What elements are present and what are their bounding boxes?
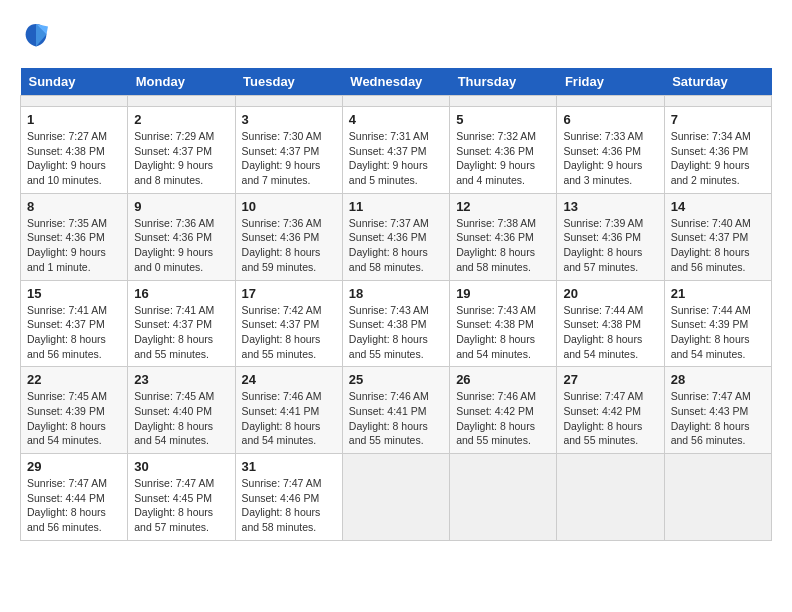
calendar-cell: 28Sunrise: 7:47 AMSunset: 4:43 PMDayligh…: [664, 367, 771, 454]
calendar-cell: 4Sunrise: 7:31 AMSunset: 4:37 PMDaylight…: [342, 107, 449, 194]
day-number: 15: [27, 286, 121, 301]
day-info: Sunrise: 7:31 AMSunset: 4:37 PMDaylight:…: [349, 129, 443, 188]
day-info: Sunrise: 7:47 AMSunset: 4:44 PMDaylight:…: [27, 476, 121, 535]
day-info: Sunrise: 7:29 AMSunset: 4:37 PMDaylight:…: [134, 129, 228, 188]
day-info: Sunrise: 7:46 AMSunset: 4:41 PMDaylight:…: [242, 389, 336, 448]
calendar-cell: 23Sunrise: 7:45 AMSunset: 4:40 PMDayligh…: [128, 367, 235, 454]
calendar-cell: 2Sunrise: 7:29 AMSunset: 4:37 PMDaylight…: [128, 107, 235, 194]
day-info: Sunrise: 7:34 AMSunset: 4:36 PMDaylight:…: [671, 129, 765, 188]
day-number: 17: [242, 286, 336, 301]
day-number: 13: [563, 199, 657, 214]
day-number: 20: [563, 286, 657, 301]
day-number: 24: [242, 372, 336, 387]
day-info: Sunrise: 7:44 AMSunset: 4:39 PMDaylight:…: [671, 303, 765, 362]
calendar-cell: 17Sunrise: 7:42 AMSunset: 4:37 PMDayligh…: [235, 280, 342, 367]
calendar-cell: 3Sunrise: 7:30 AMSunset: 4:37 PMDaylight…: [235, 107, 342, 194]
calendar-cell: 19Sunrise: 7:43 AMSunset: 4:38 PMDayligh…: [450, 280, 557, 367]
day-number: 2: [134, 112, 228, 127]
day-info: Sunrise: 7:32 AMSunset: 4:36 PMDaylight:…: [456, 129, 550, 188]
calendar-cell: 20Sunrise: 7:44 AMSunset: 4:38 PMDayligh…: [557, 280, 664, 367]
calendar-week-4: 22Sunrise: 7:45 AMSunset: 4:39 PMDayligh…: [21, 367, 772, 454]
calendar-cell: [450, 96, 557, 107]
day-info: Sunrise: 7:43 AMSunset: 4:38 PMDaylight:…: [456, 303, 550, 362]
day-number: 3: [242, 112, 336, 127]
calendar-cell: 11Sunrise: 7:37 AMSunset: 4:36 PMDayligh…: [342, 193, 449, 280]
day-info: Sunrise: 7:33 AMSunset: 4:36 PMDaylight:…: [563, 129, 657, 188]
page-header: [20, 20, 772, 52]
day-info: Sunrise: 7:47 AMSunset: 4:46 PMDaylight:…: [242, 476, 336, 535]
day-number: 25: [349, 372, 443, 387]
calendar-week-1: 1Sunrise: 7:27 AMSunset: 4:38 PMDaylight…: [21, 107, 772, 194]
calendar-cell: [235, 96, 342, 107]
day-number: 30: [134, 459, 228, 474]
header-friday: Friday: [557, 68, 664, 96]
day-info: Sunrise: 7:38 AMSunset: 4:36 PMDaylight:…: [456, 216, 550, 275]
calendar-cell: [342, 96, 449, 107]
day-info: Sunrise: 7:30 AMSunset: 4:37 PMDaylight:…: [242, 129, 336, 188]
calendar-cell: [450, 454, 557, 541]
calendar-cell: 22Sunrise: 7:45 AMSunset: 4:39 PMDayligh…: [21, 367, 128, 454]
day-number: 6: [563, 112, 657, 127]
day-info: Sunrise: 7:36 AMSunset: 4:36 PMDaylight:…: [242, 216, 336, 275]
header-tuesday: Tuesday: [235, 68, 342, 96]
calendar-cell: 1Sunrise: 7:27 AMSunset: 4:38 PMDaylight…: [21, 107, 128, 194]
calendar-cell: [557, 454, 664, 541]
day-info: Sunrise: 7:36 AMSunset: 4:36 PMDaylight:…: [134, 216, 228, 275]
day-number: 5: [456, 112, 550, 127]
calendar-cell: 13Sunrise: 7:39 AMSunset: 4:36 PMDayligh…: [557, 193, 664, 280]
calendar-table: SundayMondayTuesdayWednesdayThursdayFrid…: [20, 68, 772, 541]
calendar-cell: 5Sunrise: 7:32 AMSunset: 4:36 PMDaylight…: [450, 107, 557, 194]
calendar-cell: 25Sunrise: 7:46 AMSunset: 4:41 PMDayligh…: [342, 367, 449, 454]
day-number: 18: [349, 286, 443, 301]
calendar-cell: [21, 96, 128, 107]
day-info: Sunrise: 7:47 AMSunset: 4:42 PMDaylight:…: [563, 389, 657, 448]
day-info: Sunrise: 7:35 AMSunset: 4:36 PMDaylight:…: [27, 216, 121, 275]
day-number: 29: [27, 459, 121, 474]
header-wednesday: Wednesday: [342, 68, 449, 96]
day-number: 31: [242, 459, 336, 474]
calendar-cell: 26Sunrise: 7:46 AMSunset: 4:42 PMDayligh…: [450, 367, 557, 454]
day-number: 8: [27, 199, 121, 214]
calendar-cell: 6Sunrise: 7:33 AMSunset: 4:36 PMDaylight…: [557, 107, 664, 194]
day-info: Sunrise: 7:41 AMSunset: 4:37 PMDaylight:…: [134, 303, 228, 362]
header-saturday: Saturday: [664, 68, 771, 96]
logo-icon: [20, 20, 52, 52]
calendar-week-0: [21, 96, 772, 107]
header-monday: Monday: [128, 68, 235, 96]
calendar-cell: 16Sunrise: 7:41 AMSunset: 4:37 PMDayligh…: [128, 280, 235, 367]
calendar-cell: [342, 454, 449, 541]
day-number: 16: [134, 286, 228, 301]
calendar-cell: 8Sunrise: 7:35 AMSunset: 4:36 PMDaylight…: [21, 193, 128, 280]
calendar-cell: 14Sunrise: 7:40 AMSunset: 4:37 PMDayligh…: [664, 193, 771, 280]
day-info: Sunrise: 7:27 AMSunset: 4:38 PMDaylight:…: [27, 129, 121, 188]
day-info: Sunrise: 7:47 AMSunset: 4:45 PMDaylight:…: [134, 476, 228, 535]
day-number: 22: [27, 372, 121, 387]
day-info: Sunrise: 7:37 AMSunset: 4:36 PMDaylight:…: [349, 216, 443, 275]
day-info: Sunrise: 7:46 AMSunset: 4:41 PMDaylight:…: [349, 389, 443, 448]
day-number: 11: [349, 199, 443, 214]
day-info: Sunrise: 7:43 AMSunset: 4:38 PMDaylight:…: [349, 303, 443, 362]
calendar-cell: 31Sunrise: 7:47 AMSunset: 4:46 PMDayligh…: [235, 454, 342, 541]
header-thursday: Thursday: [450, 68, 557, 96]
day-number: 14: [671, 199, 765, 214]
calendar-cell: 7Sunrise: 7:34 AMSunset: 4:36 PMDaylight…: [664, 107, 771, 194]
calendar-cell: [664, 96, 771, 107]
day-number: 12: [456, 199, 550, 214]
day-number: 23: [134, 372, 228, 387]
day-number: 21: [671, 286, 765, 301]
day-info: Sunrise: 7:45 AMSunset: 4:39 PMDaylight:…: [27, 389, 121, 448]
calendar-cell: 18Sunrise: 7:43 AMSunset: 4:38 PMDayligh…: [342, 280, 449, 367]
header-sunday: Sunday: [21, 68, 128, 96]
calendar-cell: 9Sunrise: 7:36 AMSunset: 4:36 PMDaylight…: [128, 193, 235, 280]
calendar-cell: [557, 96, 664, 107]
logo: [20, 20, 56, 52]
day-number: 1: [27, 112, 121, 127]
day-number: 9: [134, 199, 228, 214]
calendar-week-3: 15Sunrise: 7:41 AMSunset: 4:37 PMDayligh…: [21, 280, 772, 367]
day-info: Sunrise: 7:42 AMSunset: 4:37 PMDaylight:…: [242, 303, 336, 362]
day-info: Sunrise: 7:40 AMSunset: 4:37 PMDaylight:…: [671, 216, 765, 275]
day-info: Sunrise: 7:47 AMSunset: 4:43 PMDaylight:…: [671, 389, 765, 448]
day-info: Sunrise: 7:45 AMSunset: 4:40 PMDaylight:…: [134, 389, 228, 448]
day-number: 4: [349, 112, 443, 127]
calendar-cell: 10Sunrise: 7:36 AMSunset: 4:36 PMDayligh…: [235, 193, 342, 280]
